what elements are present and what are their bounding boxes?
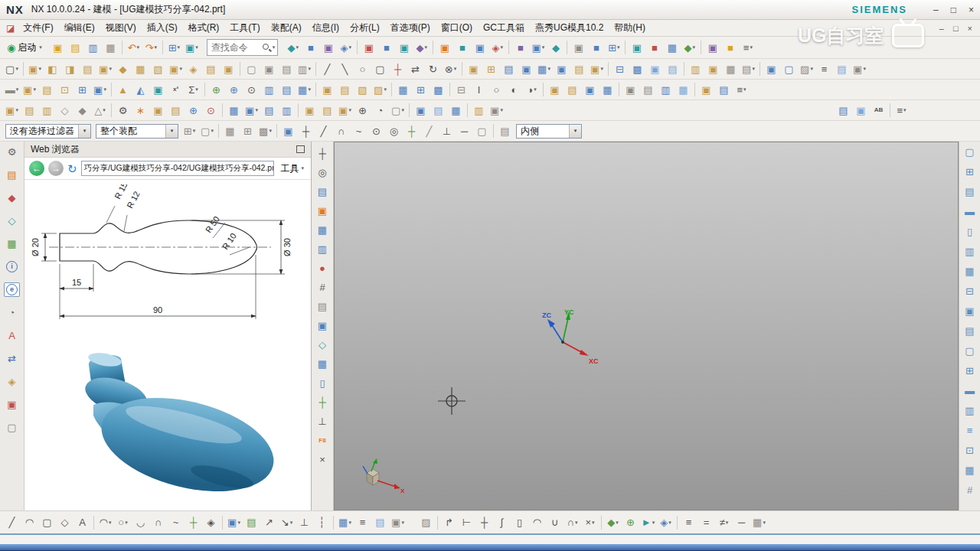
sketch-tool-icon[interactable]: ▦▾ — [337, 515, 353, 530]
graphics-viewport[interactable]: YC ZC XC X — [334, 142, 959, 510]
toolbar-icon[interactable]: ▣▾ — [21, 83, 38, 97]
sketch-tool-icon[interactable]: ○▾ — [115, 515, 131, 530]
tools-button[interactable]: 工具 ▾ — [278, 162, 306, 175]
toolbar-icon[interactable]: ⊙ — [203, 103, 219, 118]
toolbar-icon[interactable]: ▢ — [372, 62, 388, 77]
toolbar-icon[interactable]: ▣ — [396, 41, 412, 55]
mdi-minimize-button[interactable]: – — [939, 24, 944, 33]
toolbar-icon[interactable]: ◈ — [185, 62, 201, 77]
sketch-tool-icon[interactable]: ▤ — [243, 515, 260, 530]
sketch-tool-icon[interactable]: ↘▾ — [279, 515, 295, 530]
toolbar-icon[interactable]: ▣ — [220, 62, 237, 77]
toolbar-icon[interactable]: ▣ — [705, 62, 721, 77]
toolbar-icon[interactable]: ▣ — [518, 62, 534, 77]
toolbar-icon[interactable]: AB — [871, 103, 887, 118]
selection-filter-combo[interactable]: 没有选择过滤器 ▾ — [5, 124, 91, 139]
view-tool-icon[interactable]: ⊡ — [962, 443, 978, 458]
resource-bar-icon[interactable]: ◔ — [4, 305, 20, 320]
mdi-close-button[interactable]: × — [968, 24, 972, 33]
toolbar-icon[interactable]: ▥ — [279, 103, 295, 118]
toolbar-icon[interactable]: ▣ — [763, 62, 779, 77]
chevron-down-icon[interactable]: ▾ — [273, 44, 276, 51]
toolbar-icon[interactable]: ■ — [302, 41, 318, 55]
sketch-tool-icon[interactable]: ▣▾ — [390, 515, 406, 530]
toolbar-icon[interactable]: ◔ — [372, 103, 388, 118]
forward-button[interactable]: → — [48, 161, 64, 176]
toolbar-icon[interactable]: ∗ — [132, 103, 149, 118]
navigator-icon[interactable]: ┼ — [315, 395, 331, 409]
snap-point-icon[interactable]: ┼ — [403, 124, 420, 139]
menu-item[interactable]: 插入(S) — [142, 20, 183, 36]
toolbar-icon[interactable]: ╲ — [337, 62, 353, 77]
sketch-tool-icon[interactable]: ▨ — [418, 515, 434, 530]
resource-bar-icon[interactable]: i — [4, 259, 20, 274]
toolbar-icon[interactable]: ▦ — [448, 103, 464, 118]
toolbar-icon[interactable]: ⊟ — [453, 83, 469, 97]
snap-point-icon[interactable]: ⊥ — [439, 124, 455, 139]
toolbar-icon[interactable]: ⊟ — [612, 62, 628, 77]
sketch-tool-icon[interactable]: ◠▾ — [97, 515, 113, 530]
view-tool-icon[interactable]: ▣ — [962, 304, 978, 318]
chevron-down-icon[interactable]: ▾ — [165, 125, 178, 138]
navigator-icon[interactable]: ◎ — [315, 165, 331, 180]
toolbar-icon[interactable]: ▣ — [50, 41, 66, 55]
menu-item[interactable]: 视图(V) — [100, 20, 142, 36]
view-tool-icon[interactable]: ▯ — [962, 224, 978, 239]
toolbar-icon[interactable]: ▧ — [354, 83, 371, 97]
toolbar-icon[interactable]: ◈▾ — [489, 41, 505, 55]
toolbar-icon[interactable]: ◐ — [506, 83, 522, 97]
toolbar-icon[interactable]: ◨ — [62, 62, 78, 77]
toolbar-icon[interactable]: ▦ — [664, 41, 680, 55]
snap-point-icon[interactable]: ╱ — [421, 124, 437, 139]
navigator-icon[interactable]: ▤ — [315, 299, 331, 314]
toolbar-icon[interactable]: ▣ — [436, 41, 452, 55]
toolbar-icon[interactable]: ▣ — [150, 83, 166, 97]
sketch-tool-icon[interactable]: ⊥ — [296, 515, 312, 530]
toolbar-icon[interactable]: ▤ — [430, 103, 446, 118]
snap-point-icon[interactable]: ┼ — [298, 124, 314, 139]
toolbar-icon[interactable]: ⊕ — [208, 83, 224, 97]
sketch-tool-icon[interactable]: ∩▾ — [564, 515, 580, 530]
minimize-button[interactable]: – — [933, 5, 939, 15]
navigator-icon[interactable]: ┼ — [315, 146, 331, 161]
snap-point-icon[interactable]: ~ — [351, 124, 367, 139]
toolbar-icon[interactable]: ▣ — [570, 41, 586, 55]
navigator-icon[interactable]: × — [315, 452, 331, 467]
toolbar-icon[interactable]: ⚙ — [115, 103, 131, 118]
selection-scope-combo[interactable]: 整个装配 ▾ — [96, 124, 178, 139]
sketch-tool-icon[interactable]: ≡ — [354, 515, 371, 530]
toolbar-icon[interactable]: ▣ — [853, 103, 869, 118]
toolbar-icon[interactable]: ◆▾ — [413, 41, 430, 55]
view-tool-icon[interactable]: ▬ — [962, 383, 978, 398]
snap-point-icon[interactable]: ▣ — [280, 124, 296, 139]
menu-item[interactable]: 文件(F) — [18, 20, 58, 36]
sketch-tool-icon[interactable]: ≠▾ — [716, 515, 732, 530]
view-tool-icon[interactable]: ⊞ — [962, 364, 978, 378]
resource-bar-icon[interactable]: ⚙ — [4, 145, 20, 159]
sketch-tool-icon[interactable]: ┆ — [314, 515, 330, 530]
toolbar-icon[interactable]: ▣ — [582, 83, 598, 97]
sketch-tool-icon[interactable]: ×▾ — [582, 515, 598, 530]
toolbar-icon[interactable]: ▤ — [564, 83, 580, 97]
sketch-tool-icon[interactable]: ▦▾ — [751, 515, 767, 530]
toolbar-icon[interactable]: ▣▾ — [589, 62, 605, 77]
panel-header[interactable]: Web 浏览器 — [24, 142, 311, 158]
sketch-tool-icon[interactable]: ↱ — [441, 515, 457, 530]
snap-point-icon[interactable]: ─ — [456, 124, 472, 139]
sketch-tool-icon[interactable]: ╱ — [4, 515, 20, 530]
toolbar-icon[interactable]: ○ — [354, 62, 371, 77]
toolbar-icon[interactable]: ◑▾ — [524, 83, 540, 97]
resource-bar-icon[interactable]: ▣ — [4, 397, 20, 412]
toolbar-icon[interactable]: ⊞ — [413, 83, 429, 97]
start-button[interactable]: ◉ 启动 ▾ — [3, 41, 46, 55]
menu-item[interactable]: GC工具箱 — [478, 20, 530, 36]
search-input[interactable] — [210, 41, 262, 54]
toolbar-icon[interactable]: ▣ — [647, 62, 663, 77]
toolbar-icon[interactable]: ◧ — [44, 62, 60, 77]
toolbar-icon[interactable]: ▤ — [67, 41, 83, 55]
toolbar-icon[interactable]: ≡ — [816, 62, 832, 77]
toolbar-icon[interactable]: ⊕ — [226, 83, 242, 97]
toolbar-icon[interactable]: ≡▾ — [893, 103, 910, 118]
resource-bar-icon[interactable]: ▢ — [4, 420, 20, 435]
navigator-icon[interactable]: # — [315, 280, 331, 295]
